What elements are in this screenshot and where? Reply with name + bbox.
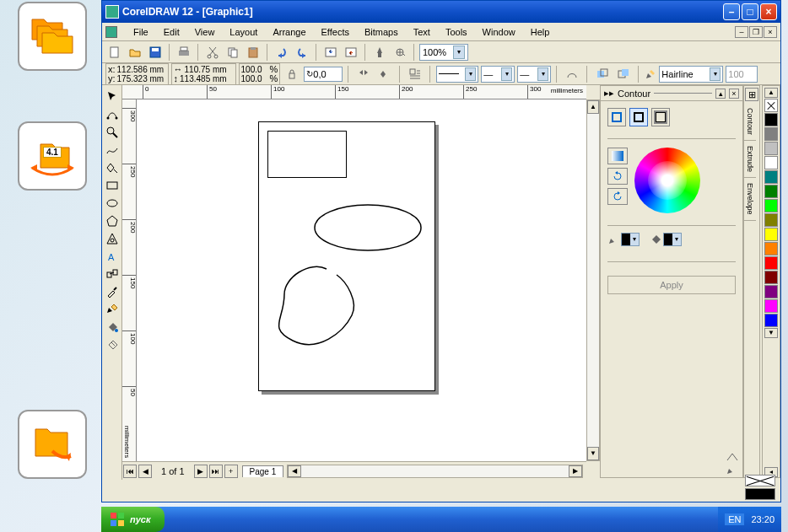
first-page-button[interactable]: ⏮: [123, 465, 137, 478]
cut-button[interactable]: [203, 43, 222, 62]
y-input[interactable]: [117, 74, 166, 83]
ruler-vertical[interactable]: 300 250 200 150 100 50 millimeters: [122, 99, 137, 461]
open-button[interactable]: [126, 43, 144, 62]
startcap-combo[interactable]: —▾: [481, 66, 515, 83]
launcher-button[interactable]: [370, 43, 389, 62]
export-button[interactable]: [342, 43, 360, 62]
undo-button[interactable]: [273, 43, 291, 62]
swatch-4[interactable]: [764, 170, 778, 184]
swatch-14[interactable]: [764, 314, 778, 327]
freehand-tool[interactable]: [103, 142, 121, 159]
docker-close-button[interactable]: ×: [729, 89, 739, 99]
canvas[interactable]: [137, 99, 586, 461]
vscroll-up[interactable]: ▲: [587, 100, 599, 114]
hscroll-right[interactable]: ▶: [569, 465, 582, 477]
blend-tool[interactable]: [103, 266, 121, 282]
horizontal-scrollbar[interactable]: ◀▶: [287, 465, 583, 478]
mdi-close-button[interactable]: ×: [764, 26, 777, 38]
hscroll-left[interactable]: ◀: [288, 465, 301, 477]
outline-tool[interactable]: [103, 301, 121, 318]
width-input[interactable]: [185, 65, 234, 74]
cw-color-button[interactable]: [607, 168, 628, 185]
scale-y-input[interactable]: [241, 74, 268, 83]
menu-help[interactable]: Help: [523, 25, 558, 39]
pick-tool[interactable]: [103, 89, 121, 105]
swatch-13[interactable]: [764, 299, 778, 313]
menu-window[interactable]: Window: [475, 25, 523, 39]
mirror-h-button[interactable]: [354, 65, 373, 83]
page-1[interactable]: [258, 121, 435, 391]
swatch-10[interactable]: [764, 256, 778, 270]
swatch-5[interactable]: [764, 185, 778, 198]
redo-button[interactable]: [293, 43, 311, 62]
wrap-button[interactable]: [406, 65, 424, 83]
menu-view[interactable]: View: [187, 25, 223, 39]
freehand-shape[interactable]: [267, 261, 377, 353]
swatch-8[interactable]: [764, 228, 778, 241]
page-tab-1[interactable]: Page 1: [242, 465, 284, 477]
scale-with-button[interactable]: [614, 65, 633, 83]
fill-color-swatch[interactable]: ▾: [663, 233, 682, 246]
ellipse-shape[interactable]: [313, 203, 423, 252]
ellipse-tool[interactable]: [103, 195, 121, 212]
swatch-3[interactable]: [764, 156, 778, 169]
new-button[interactable]: [105, 43, 124, 62]
language-indicator[interactable]: EN: [725, 513, 744, 525]
mirror-v-button[interactable]: [375, 65, 394, 83]
mdi-minimize-button[interactable]: –: [735, 26, 748, 38]
contour-outside-button[interactable]: [651, 108, 670, 126]
swatch-0[interactable]: [764, 113, 778, 126]
maximize-button[interactable]: □: [742, 3, 758, 20]
eyedropper-tool[interactable]: [103, 283, 121, 300]
fill-tool[interactable]: [103, 319, 121, 336]
height-input[interactable]: [180, 74, 229, 83]
lock-ratio-button[interactable]: [283, 65, 301, 83]
swatch-6[interactable]: [764, 199, 778, 212]
outline-width-combo[interactable]: Hairline▾: [659, 66, 723, 83]
menu-file[interactable]: File: [126, 25, 156, 39]
docker-collapse-button[interactable]: ▴: [715, 89, 726, 99]
linear-color-button[interactable]: [607, 148, 628, 164]
ruler-horizontal[interactable]: 0 50 100 150 200 250 300 millimeters: [122, 85, 586, 99]
current-fill-indicator[interactable]: [745, 488, 775, 500]
opacity-combo[interactable]: 100: [726, 66, 758, 83]
linestyle-combo[interactable]: ▾: [436, 66, 478, 83]
prev-page-button[interactable]: ◀: [138, 465, 152, 478]
contour-center-button[interactable]: [607, 108, 626, 126]
rectangle-shape[interactable]: [267, 131, 347, 178]
menu-effects[interactable]: Effects: [314, 25, 357, 39]
palette-up-button[interactable]: ▲: [764, 88, 778, 98]
zoom-tool[interactable]: [103, 124, 121, 141]
docker-tab-extrude[interactable]: Extrude: [744, 141, 756, 178]
paste-button[interactable]: [244, 43, 262, 62]
vertical-scrollbar[interactable]: ▲ ▼: [586, 99, 600, 461]
x-input[interactable]: [117, 65, 166, 74]
endcap-combo[interactable]: —▾: [517, 66, 551, 83]
polygon-tool[interactable]: [103, 212, 121, 229]
ccw-color-button[interactable]: [607, 188, 628, 205]
copy-button[interactable]: [224, 43, 242, 62]
save-button[interactable]: [146, 43, 165, 62]
text-tool[interactable]: A: [103, 248, 121, 265]
menu-text[interactable]: Text: [406, 25, 438, 39]
zoom-combo[interactable]: 100%▾: [419, 44, 468, 61]
menu-layout[interactable]: Layout: [222, 25, 265, 39]
outline-color-swatch[interactable]: ▾: [621, 233, 640, 246]
basic-shapes-tool[interactable]: [103, 230, 121, 247]
last-page-button[interactable]: ⏭: [209, 465, 223, 478]
import-button[interactable]: [321, 43, 340, 62]
smart-draw-tool[interactable]: [103, 159, 121, 176]
print-button[interactable]: [175, 43, 193, 62]
next-page-button[interactable]: ▶: [194, 465, 208, 478]
color-wheel[interactable]: [634, 148, 700, 213]
autoclose-button[interactable]: [563, 65, 581, 83]
interactive-fill-tool[interactable]: [103, 336, 121, 353]
outline-indicator[interactable]: [725, 451, 740, 463]
shape-tool[interactable]: [103, 106, 121, 123]
docker-tab-envelope[interactable]: Envelope: [744, 178, 756, 221]
docker-expand-button[interactable]: ⊞: [745, 88, 758, 101]
swatch-9[interactable]: [764, 242, 778, 255]
mdi-doc-icon[interactable]: [105, 26, 117, 38]
swatch-11[interactable]: [764, 271, 778, 284]
start-button[interactable]: пуск: [101, 507, 165, 532]
